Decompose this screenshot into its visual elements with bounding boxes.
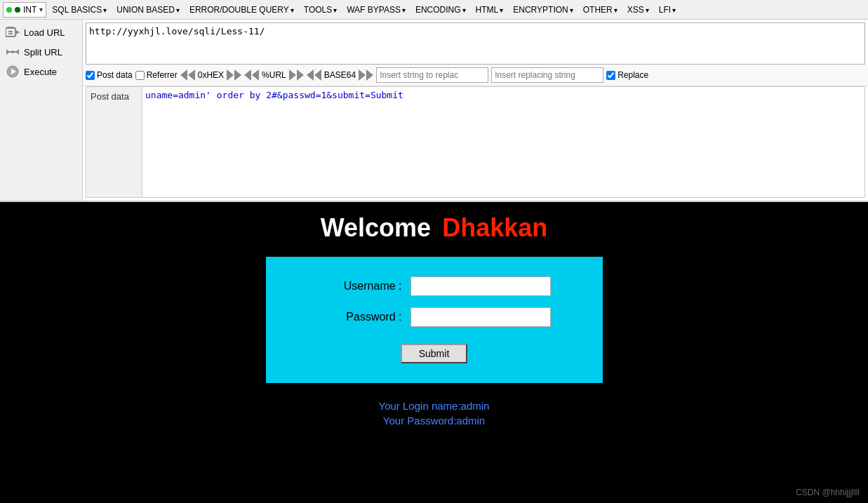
sidebar-item-load-url[interactable]: Load URL [0, 22, 82, 42]
sidebar-item-execute[interactable]: Execute [0, 62, 82, 81]
base64-arrow-left-2 [314, 69, 321, 81]
web-content-area: Welcome Dhakkan Username : Password : Su… [0, 202, 868, 503]
login-password-info: Your Password:admin [383, 415, 485, 427]
menu-sql-basics[interactable]: SQL BASICS [48, 4, 111, 16]
menu-encoding[interactable]: ENCODING [411, 4, 470, 16]
percenturl-arrow-right-2 [297, 69, 304, 81]
top-section: Load URL Split URL [0, 20, 868, 202]
welcome-name: Dhakkan [442, 213, 547, 243]
menubar: INT ▾ SQL BASICS UNION BASED ERROR/DOUBL… [0, 0, 868, 20]
menu-xss[interactable]: XSS [623, 4, 653, 16]
referrer-label: Referrer [147, 70, 178, 80]
split-url-icon [6, 45, 20, 59]
post-section: Post data [86, 86, 865, 198]
percenturl-left-arrows[interactable] [244, 69, 259, 81]
username-input[interactable] [410, 276, 551, 296]
username-label: Username : [318, 280, 402, 293]
menu-html[interactable]: HTML [472, 4, 508, 16]
right-panel: Post data Referrer 0xHEX [83, 20, 868, 201]
password-label: Password : [318, 311, 402, 323]
welcome-header: Welcome Dhakkan [321, 213, 547, 243]
percenturl-arrow-left-1 [244, 69, 251, 81]
svg-rect-1 [7, 27, 14, 29]
base64-arrow-right-2 [366, 69, 373, 81]
url-section [86, 22, 865, 65]
password-row: Password : [318, 307, 551, 327]
post-data-checkbox[interactable] [86, 71, 95, 80]
percenturl-label: %URL [262, 70, 286, 80]
menu-encryption[interactable]: ENCRYPTION [509, 4, 577, 16]
svg-point-8 [11, 51, 14, 53]
welcome-text: Welcome [321, 213, 431, 243]
percenturl-right-arrows[interactable] [289, 69, 304, 81]
post-data-checkbox-label[interactable]: Post data [86, 70, 133, 80]
password-input[interactable] [410, 307, 551, 327]
username-row: Username : [318, 276, 551, 296]
oxhex-arrow-left-1 [180, 69, 187, 81]
post-data-textarea[interactable] [142, 87, 864, 197]
base64-left-arrows[interactable] [307, 69, 321, 81]
replace-checkbox-label[interactable]: Replace [606, 70, 648, 80]
sidebar: Load URL Split URL [0, 20, 83, 201]
toolbar-row: Post data Referrer 0xHEX [83, 65, 868, 86]
menu-union-based[interactable]: UNION BASED [112, 4, 184, 16]
base64-arrow-left-1 [307, 69, 314, 81]
dot-dark [15, 7, 20, 13]
execute-icon [6, 65, 20, 79]
svg-rect-0 [6, 28, 15, 36]
sidebar-item-split-url[interactable]: Split URL [0, 42, 82, 62]
post-data-section-label: Post data [86, 87, 142, 197]
menu-waf-bypass[interactable]: WAF BYPASS [342, 4, 410, 16]
oxhex-label: 0xHEX [198, 70, 224, 80]
svg-marker-4 [16, 30, 20, 34]
menu-error-double-query[interactable]: ERROR/DOUBLE QUERY [185, 4, 298, 16]
url-input[interactable] [89, 26, 862, 36]
svg-marker-7 [15, 49, 19, 55]
csdn-watermark: CSDN @hhhijjjllll [796, 488, 860, 497]
menu-lfi[interactable]: LFI [655, 4, 680, 16]
insert-replacing-input[interactable] [491, 67, 603, 83]
menu-other[interactable]: OTHER [579, 4, 622, 16]
oxhex-arrow-right-1 [227, 69, 234, 81]
login-info: Your Login name:admin Your Password:admi… [379, 400, 490, 427]
type-selector-arrow: ▾ [39, 6, 43, 13]
split-url-label: Split URL [24, 47, 62, 58]
submit-button[interactable]: Submit [401, 344, 468, 363]
login-name-info: Your Login name:admin [379, 400, 490, 412]
referrer-checkbox-label[interactable]: Referrer [135, 70, 178, 80]
load-url-icon [6, 25, 20, 39]
base64-label: BASE64 [324, 70, 356, 80]
svg-marker-6 [6, 49, 10, 55]
type-selector[interactable]: INT ▾ [3, 2, 46, 18]
replace-label: Replace [617, 70, 648, 80]
oxhex-right-arrows[interactable] [227, 69, 241, 81]
percenturl-arrow-right-1 [289, 69, 296, 81]
oxhex-arrow-left-2 [188, 69, 195, 81]
login-form-container: Username : Password : Submit [266, 257, 603, 383]
base64-right-arrows[interactable] [359, 69, 373, 81]
insert-string-input[interactable] [376, 67, 488, 83]
oxhex-arrow-right-2 [234, 69, 241, 81]
load-url-label: Load URL [24, 27, 65, 38]
execute-label: Execute [24, 67, 57, 77]
type-selector-label: INT [23, 5, 36, 15]
oxhex-left-arrows[interactable] [180, 69, 195, 81]
replace-checkbox[interactable] [606, 71, 615, 80]
menu-tools[interactable]: TOOLS [300, 4, 341, 16]
dot-green [6, 7, 12, 13]
percenturl-arrow-left-2 [252, 69, 259, 81]
referrer-checkbox[interactable] [135, 71, 145, 80]
post-data-label: Post data [97, 70, 133, 80]
app-container: INT ▾ SQL BASICS UNION BASED ERROR/DOUBL… [0, 0, 868, 503]
base64-arrow-right-1 [359, 69, 366, 81]
